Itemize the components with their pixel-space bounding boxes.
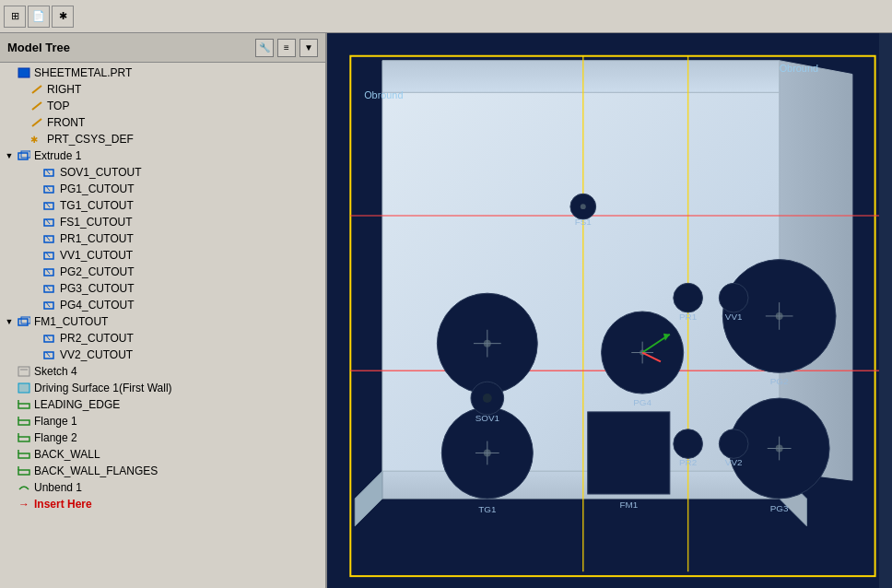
tree-label-backwall: BACK_WALL bbox=[34, 448, 100, 461]
tree-more-btn[interactable]: ▼ bbox=[299, 39, 318, 57]
svg-rect-5 bbox=[18, 153, 28, 159]
tree-icon-csys: ✱ bbox=[29, 133, 44, 146]
tree-label-unbend1: Unbend 1 bbox=[34, 481, 82, 494]
tree-expander-leading[interactable] bbox=[4, 399, 15, 410]
tree-item-flange2[interactable]: Flange 2 bbox=[0, 429, 325, 446]
tree-item-pg1[interactable]: PG1_CUTOUT bbox=[0, 181, 325, 197]
tree-label-pg2: PG2_CUTOUT bbox=[60, 265, 134, 278]
tree-icon-pg2 bbox=[42, 265, 57, 278]
svg-text:PG3: PG3 bbox=[770, 503, 789, 513]
svg-line-1 bbox=[32, 86, 41, 93]
svg-marker-47 bbox=[382, 61, 780, 93]
tree-item-pg3[interactable]: PG3_CUTOUT bbox=[0, 280, 325, 297]
tree-expander-pg3[interactable] bbox=[29, 283, 41, 294]
tree-item-fs1[interactable]: FS1_CUTOUT bbox=[0, 214, 325, 230]
tree-icon-insert: → bbox=[17, 498, 31, 511]
toolbar-btn-new[interactable]: ⊞ bbox=[4, 6, 26, 28]
tree-icon-vv2 bbox=[42, 348, 57, 361]
tree-expander-flange1[interactable] bbox=[4, 416, 15, 427]
svg-text:TG1: TG1 bbox=[478, 504, 497, 514]
tree-item-pg2[interactable]: PG2_CUTOUT bbox=[0, 264, 325, 280]
tree-content[interactable]: SHEETMETAL.PRTRIGHTTOPFRONT✱PRT_CSYS_DEF… bbox=[0, 63, 325, 588]
tree-item-pr2[interactable]: PR2_CUTOUT bbox=[0, 330, 325, 347]
tree-expander-backwall_flanges[interactable] bbox=[4, 465, 15, 476]
tree-header-icons: 🔧 ≡ ▼ bbox=[255, 39, 318, 57]
tree-expander-right[interactable] bbox=[17, 84, 28, 95]
viewport[interactable]: FS1 PG1 PG4 PG2 bbox=[327, 33, 892, 588]
tree-item-insert[interactable]: →Insert Here bbox=[0, 496, 325, 512]
tree-expander-top[interactable] bbox=[17, 100, 28, 112]
tree-label-fm1: FM1_CUTOUT bbox=[34, 315, 108, 328]
tree-expander-csys[interactable] bbox=[17, 134, 28, 145]
tree-icon-pr2 bbox=[42, 332, 57, 345]
tree-label-sov1: SOV1_CUTOUT bbox=[60, 166, 141, 179]
tree-item-pr1[interactable]: PR1_CUTOUT bbox=[0, 230, 325, 247]
tree-expander-extrude1[interactable]: ▼ bbox=[4, 150, 15, 161]
toolbar: ⊞ 📄 ✱ bbox=[0, 0, 892, 33]
tree-expander-fs1[interactable] bbox=[29, 217, 41, 228]
svg-point-93 bbox=[674, 429, 703, 459]
tree-icon-leading bbox=[17, 398, 31, 411]
tree-item-vv1[interactable]: VV1_CUTOUT bbox=[0, 247, 325, 264]
tree-item-vv2[interactable]: VV2_CUTOUT bbox=[0, 347, 325, 363]
main-area: Model Tree 🔧 ≡ ▼ SHEETMETAL.PRTRIGHTTOPF… bbox=[0, 33, 892, 588]
tree-item-backwall_flanges[interactable]: BACK_WALL_FLANGES bbox=[0, 463, 325, 479]
tree-expander-sov1[interactable] bbox=[29, 167, 41, 178]
tree-expander-vv2[interactable] bbox=[29, 349, 41, 360]
model-tree-title: Model Tree bbox=[7, 41, 70, 54]
tree-expander-pr2[interactable] bbox=[29, 333, 41, 344]
svg-text:PG2: PG2 bbox=[770, 376, 789, 386]
scrollbar-vertical[interactable] bbox=[879, 33, 892, 588]
tree-expander-flange2[interactable] bbox=[4, 432, 15, 443]
tree-item-sov1[interactable]: SOV1_CUTOUT bbox=[0, 164, 325, 181]
tree-icon-vv1 bbox=[42, 249, 57, 262]
tree-expander-vv1[interactable] bbox=[29, 250, 41, 261]
svg-text:SOV1: SOV1 bbox=[475, 413, 500, 423]
tree-item-csys[interactable]: ✱PRT_CSYS_DEF bbox=[0, 131, 325, 147]
tree-expander-unbend1[interactable] bbox=[4, 482, 15, 493]
tree-label-pg4: PG4_CUTOUT bbox=[60, 299, 134, 312]
tree-expander-backwall[interactable] bbox=[4, 449, 15, 460]
tree-label-csys: PRT_CSYS_DEF bbox=[47, 133, 134, 146]
svg-rect-6 bbox=[21, 151, 30, 158]
tree-item-top[interactable]: TOP bbox=[0, 98, 325, 114]
svg-text:PG4: PG4 bbox=[633, 397, 651, 407]
tree-icon-unbend1 bbox=[17, 481, 31, 494]
tree-item-right[interactable]: RIGHT bbox=[0, 81, 325, 98]
tree-expander-front[interactable] bbox=[17, 117, 28, 128]
tree-icon-pg3 bbox=[42, 282, 57, 295]
tree-item-sketch4[interactable]: Sketch 4 bbox=[0, 363, 325, 380]
tree-filter-btn[interactable]: 🔧 bbox=[255, 39, 274, 57]
tree-expander-root[interactable] bbox=[4, 67, 15, 78]
tree-icon-driving bbox=[17, 382, 31, 394]
tree-expander-pg4[interactable] bbox=[29, 300, 41, 311]
toolbar-btn-open[interactable]: 📄 bbox=[28, 6, 50, 28]
toolbar-btn-options[interactable]: ✱ bbox=[52, 6, 74, 28]
tree-expander-sketch4[interactable] bbox=[4, 366, 15, 377]
svg-marker-50 bbox=[355, 471, 382, 525]
tree-item-extrude1[interactable]: ▼Extrude 1 bbox=[0, 147, 325, 164]
tree-icon-flange1 bbox=[17, 415, 31, 428]
tree-item-flange1[interactable]: Flange 1 bbox=[0, 413, 325, 429]
tree-expander-pg1[interactable] bbox=[29, 183, 41, 194]
tree-item-root[interactable]: SHEETMETAL.PRT bbox=[0, 65, 325, 81]
tree-item-unbend1[interactable]: Unbend 1 bbox=[0, 479, 325, 496]
tree-label-sketch4: Sketch 4 bbox=[34, 365, 77, 378]
tree-item-pg4[interactable]: PG4_CUTOUT bbox=[0, 297, 325, 313]
tree-item-backwall[interactable]: BACK_WALL bbox=[0, 446, 325, 463]
tree-expander-pg2[interactable] bbox=[29, 266, 41, 277]
tree-icon-flange2 bbox=[17, 431, 31, 444]
tree-expander-pr1[interactable] bbox=[29, 233, 41, 244]
tree-expander-insert[interactable] bbox=[4, 499, 15, 510]
tree-expander-driving[interactable] bbox=[4, 382, 15, 394]
tree-item-front[interactable]: FRONT bbox=[0, 114, 325, 131]
tree-item-fm1[interactable]: ▼FM1_CUTOUT bbox=[0, 313, 325, 330]
tree-item-leading[interactable]: LEADING_EDGE bbox=[0, 396, 325, 413]
viewport-canvas: FS1 PG1 PG4 PG2 bbox=[327, 33, 892, 588]
tree-settings-btn[interactable]: ≡ bbox=[277, 39, 296, 57]
tree-expander-tg1[interactable] bbox=[29, 200, 41, 211]
tree-item-tg1[interactable]: TG1_CUTOUT bbox=[0, 197, 325, 214]
svg-text:FM1: FM1 bbox=[619, 500, 638, 510]
tree-expander-fm1[interactable]: ▼ bbox=[4, 316, 15, 327]
tree-item-driving[interactable]: Driving Surface 1(First Wall) bbox=[0, 380, 325, 396]
